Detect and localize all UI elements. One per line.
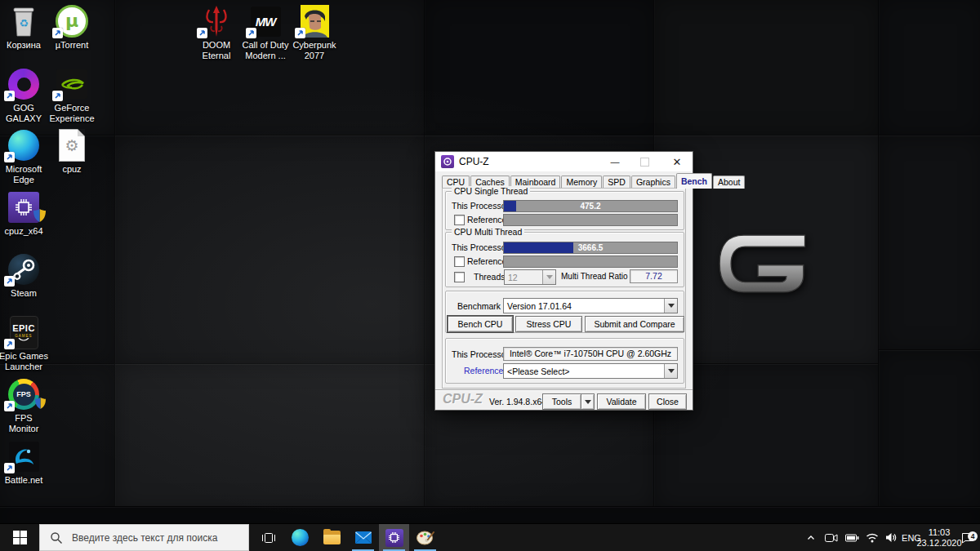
multi-thread-score: 3666.5 xyxy=(504,242,677,253)
multi-reference-checkbox[interactable] xyxy=(454,256,465,267)
search-input[interactable] xyxy=(70,531,245,544)
cpuz-window: CPU-Z — ✕ CPU Caches Mainboard Memory SP… xyxy=(435,152,693,410)
close-window-button[interactable]: Close xyxy=(648,393,687,410)
tools-button[interactable]: Tools xyxy=(542,393,581,410)
uac-shield-icon xyxy=(33,209,46,225)
desktop-icon-doom-eternal[interactable]: DOOM Eternal xyxy=(192,5,241,61)
taskbar-edge[interactable] xyxy=(285,524,315,551)
statusbar-divider xyxy=(435,389,693,390)
taskbar-search[interactable] xyxy=(39,524,249,551)
desktop-icon-cpuz-x64[interactable]: cpuz_x64 xyxy=(0,191,48,237)
multi-thread-ratio-label: Multi Thread Ratio xyxy=(561,272,628,281)
paint-palette-icon xyxy=(416,530,434,545)
shortcut-arrow-icon xyxy=(52,91,63,101)
cpuz-x64-icon xyxy=(0,191,48,224)
benchmark-group: Benchmark Version 17.01.64 Bench CPU Str… xyxy=(445,291,684,333)
desktop-icon-recycle-bin[interactable]: ♻ Корзина xyxy=(0,5,48,51)
dropdown-arrow-icon xyxy=(664,364,677,378)
validate-button[interactable]: Validate xyxy=(597,393,646,410)
svg-text:♻: ♻ xyxy=(19,17,29,29)
desktop-icon-utorrent[interactable]: µ µTorrent xyxy=(47,5,96,51)
taskbar-file-explorer[interactable] xyxy=(317,524,347,551)
window-title: CPU-Z xyxy=(459,152,489,171)
tray-network[interactable] xyxy=(862,524,881,551)
tab-spd[interactable]: SPD xyxy=(603,176,630,189)
shortcut-arrow-icon xyxy=(4,276,15,287)
file-explorer-icon xyxy=(323,531,341,544)
bench-cpu-button[interactable]: Bench CPU xyxy=(448,316,513,332)
dropdown-arrow-icon xyxy=(542,270,555,284)
cpuz-app-icon xyxy=(441,155,454,168)
action-center-button[interactable]: 4 xyxy=(957,524,978,551)
microsoft-edge-icon xyxy=(0,129,48,162)
single-thread-score: 475.2 xyxy=(504,201,677,211)
desktop-icon-label: Steam xyxy=(0,288,48,299)
cpu-multi-thread-group: CPU Multi Thread This Processor 3666.5 R… xyxy=(445,232,684,287)
battlenet-icon xyxy=(0,440,48,473)
benchmark-version-select[interactable]: Version 17.01.64 xyxy=(503,298,678,313)
benchmark-label: Benchmark xyxy=(457,301,501,311)
task-view-button[interactable] xyxy=(253,524,283,551)
tab-memory[interactable]: Memory xyxy=(561,176,602,189)
notification-badge: 4 xyxy=(968,531,978,541)
start-button[interactable] xyxy=(0,524,39,551)
tab-bench[interactable]: Bench xyxy=(676,173,712,189)
desktop-icon-label: µTorrent xyxy=(47,40,96,51)
desktop-icon-cyberpunk[interactable]: Cyberpunk 2077 xyxy=(290,5,339,61)
tray-overflow-button[interactable] xyxy=(802,524,820,551)
multi-reference-bar xyxy=(503,256,678,268)
meet-now-camera-icon xyxy=(825,533,838,543)
multi-thread-score-bar: 3666.5 xyxy=(503,242,678,254)
reference-select[interactable]: <Please Select> xyxy=(503,363,678,379)
desktop-icon-geforce-experience[interactable]: GeForce Experience xyxy=(47,68,96,124)
desktop-icon-fps-monitor[interactable]: FPS FPS Monitor xyxy=(0,378,48,434)
tab-about[interactable]: About xyxy=(713,176,745,189)
doom-eternal-icon xyxy=(192,5,241,38)
epic-games-icon: EPIC GAMES xyxy=(0,316,48,349)
shortcut-arrow-icon xyxy=(246,28,256,38)
maximize-button[interactable] xyxy=(632,152,657,171)
shortcut-arrow-icon xyxy=(4,152,15,162)
version-text: Ver. 1.94.8.x64 xyxy=(489,397,546,407)
shortcut-arrow-icon xyxy=(197,28,207,38)
taskbar-cpuz-active[interactable] xyxy=(379,524,409,551)
battery-icon xyxy=(845,534,859,542)
threads-checkbox[interactable] xyxy=(454,272,465,282)
submit-and-compare-button[interactable]: Submit and Compare xyxy=(585,316,684,332)
taskbar-paint[interactable] xyxy=(410,524,440,551)
taskbar-mail[interactable] xyxy=(348,524,378,551)
group-title: CPU Multi Thread xyxy=(452,227,524,237)
desktop-icon-cpuz[interactable]: ⚙ cpuz xyxy=(47,129,96,175)
desktop-icon-steam[interactable]: Steam xyxy=(0,253,48,299)
desktop-icon-epic-games[interactable]: EPIC GAMES Epic Games Launcher xyxy=(0,316,48,372)
tray-meet-now[interactable] xyxy=(822,524,841,551)
shortcut-arrow-icon xyxy=(4,91,15,101)
stress-cpu-button[interactable]: Stress CPU xyxy=(515,316,582,332)
reference-label: Reference xyxy=(467,256,506,266)
gigabyte-g-logo xyxy=(715,231,808,296)
task-view-icon xyxy=(261,532,276,544)
dropdown-arrow-icon xyxy=(664,299,677,313)
tray-volume[interactable] xyxy=(882,524,901,551)
single-reference-checkbox[interactable] xyxy=(454,215,465,225)
cpuz-logo-text: CPU-Z xyxy=(443,392,483,407)
window-titlebar[interactable]: CPU-Z — ✕ xyxy=(435,152,693,171)
close-button[interactable]: ✕ xyxy=(662,152,693,171)
tools-dropdown-button[interactable] xyxy=(581,393,595,410)
threads-select[interactable]: 12 xyxy=(504,269,556,285)
tab-graphics[interactable]: Graphics xyxy=(631,176,675,189)
tray-clock[interactable]: 11:03 23.12.2020 xyxy=(919,524,960,551)
desktop-icon-cod-mw[interactable]: MW Call of Duty Modern ... xyxy=(241,5,290,61)
tray-battery[interactable] xyxy=(842,524,862,551)
reference-link-label: Reference xyxy=(464,366,503,375)
desktop-icon-label: Call of Duty Modern ... xyxy=(241,40,290,61)
chevron-up-icon xyxy=(806,533,816,543)
uac-shield-icon xyxy=(35,398,46,412)
minimize-button[interactable]: — xyxy=(603,152,627,171)
this-processor-label: This Processor xyxy=(452,349,509,359)
this-processor-label: This Processor xyxy=(452,201,509,211)
desktop-icon-microsoft-edge[interactable]: Microsoft Edge xyxy=(0,129,48,185)
desktop-icon-label: Cyberpunk 2077 xyxy=(290,40,339,61)
desktop-icon-gog-galaxy[interactable]: GOG GALAXY xyxy=(0,68,48,124)
desktop-icon-battlenet[interactable]: Battle.net xyxy=(0,440,48,486)
